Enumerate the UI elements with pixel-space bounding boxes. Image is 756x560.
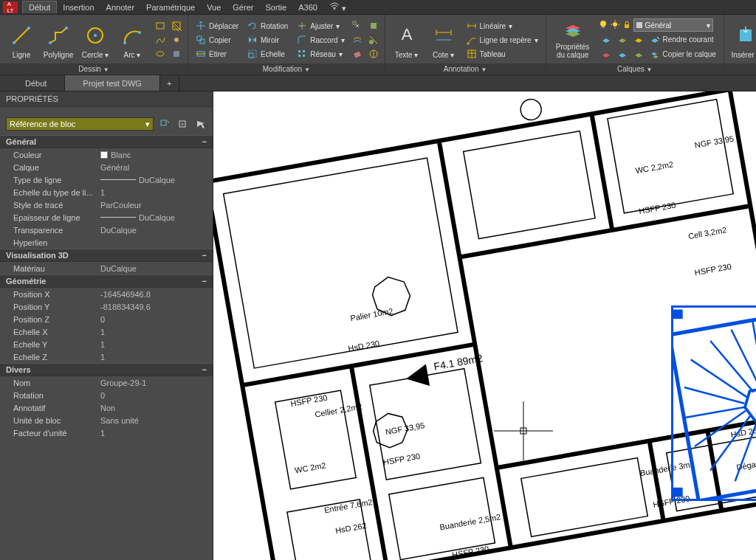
menu-parametrique[interactable]: Paramétrique (140, 1, 201, 13)
scale-button[interactable]: Echelle (244, 47, 291, 61)
stretch-button[interactable]: Etirer (193, 47, 241, 61)
bulb-icon (598, 19, 608, 31)
document-tabs: Début Projet test DWG + (0, 75, 756, 91)
offset-icon[interactable] (351, 33, 364, 46)
selected-block[interactable] (671, 305, 756, 501)
layer-make-current-button[interactable]: Rendre courant (647, 32, 717, 46)
line-button[interactable]: Ligne (4, 18, 38, 61)
menu-vue[interactable]: Vue (201, 1, 227, 13)
section-general[interactable]: Général− (0, 135, 213, 148)
panel-label-calques[interactable]: Calques ▼ (546, 63, 724, 75)
panel-label-modification[interactable]: Modification ▼ (188, 63, 385, 75)
prop-echx[interactable]: Echelle X1 (0, 325, 213, 338)
erase-icon[interactable] (351, 47, 364, 61)
prop-nom[interactable]: NomGroupe-29-1 (0, 376, 213, 389)
prop-echelletype[interactable]: Echelle du type de li...1 (0, 186, 213, 198)
menu-debut[interactable]: Début (22, 1, 57, 13)
tool1-icon[interactable] (367, 19, 380, 32)
prop-typeligne[interactable]: Type de ligneDuCalque (0, 173, 213, 186)
panel-dessin: Ligne Polyligne Cercle ▾ Arc ▾ (0, 15, 188, 75)
tab-debut[interactable]: Début (7, 75, 65, 91)
layer-btn-h2[interactable] (614, 47, 630, 61)
panel-label-bloc[interactable]: Bloc ▼ (724, 63, 756, 75)
dimension-button[interactable]: Cote ▾ (427, 18, 461, 61)
prop-couleur[interactable]: CouleurBlanc (0, 148, 213, 161)
section-geom[interactable]: Géométrie− (0, 274, 213, 288)
prop-materiau[interactable]: MatériauDuCalque (0, 262, 213, 274)
prop-rotation[interactable]: Rotation0 (0, 389, 213, 401)
prop-echz[interactable]: Echelle Z1 (0, 350, 213, 363)
layer-btn-g1[interactable] (598, 32, 614, 46)
svg-point-15 (174, 38, 179, 42)
prop-facteur[interactable]: Facteur d'unité1 (0, 426, 213, 439)
move-button[interactable]: Déplacer (193, 19, 241, 33)
layer-combo[interactable]: Général▾ (633, 18, 713, 32)
prop-posy[interactable]: Position Y-818834349.6 (0, 300, 213, 313)
arc-button[interactable]: Arc ▾ (115, 18, 149, 61)
prop-calque[interactable]: CalqueGénéral (0, 161, 213, 173)
svg-rect-22 (249, 50, 256, 58)
panel-label-annotation[interactable]: Annotation ▼ (385, 63, 546, 75)
trim-button[interactable]: Ajuster ▾ (294, 19, 347, 33)
spline-icon[interactable] (154, 33, 167, 46)
quickselect-icon[interactable] (158, 117, 171, 131)
tool2-icon[interactable] (367, 33, 380, 46)
prop-transparence[interactable]: TransparenceDuCalque (0, 224, 213, 236)
selectobjects-icon[interactable] (193, 117, 207, 131)
rotate-button[interactable]: Rotation (244, 19, 291, 33)
copy-button[interactable]: Copier (193, 33, 241, 47)
text-button[interactable]: A Texte ▾ (390, 18, 424, 61)
menu-annoter[interactable]: Annoter (100, 1, 141, 13)
svg-text:NGF 33,95: NGF 33,95 (694, 134, 735, 150)
drawing-canvas[interactable]: 96,3m WC 2,2m2 HSFP 230 NGF 33,95 Cell 3… (213, 91, 756, 560)
menu-a360[interactable]: A360 (292, 1, 323, 13)
prop-unitebloc[interactable]: Unité de blocSans unité (0, 414, 213, 426)
menu-sortie[interactable]: Sortie (259, 1, 292, 13)
layer-props-button[interactable]: Propriétés du calque (551, 18, 595, 61)
layer-btn-g2[interactable] (614, 32, 630, 46)
svg-text:+: + (181, 121, 185, 128)
section-visu3d[interactable]: Visualisation 3D− (0, 249, 213, 262)
mirror-button[interactable]: Miroir (244, 33, 291, 47)
menu-gerer[interactable]: Gérer (227, 1, 259, 13)
prop-echy[interactable]: Echelle Y1 (0, 338, 213, 350)
region-icon[interactable] (170, 47, 183, 61)
explode-icon[interactable] (351, 19, 364, 32)
linear-button[interactable]: Linéaire ▾ (464, 19, 541, 33)
table-button[interactable]: Tableau (464, 47, 541, 61)
polyline-button[interactable]: Polyligne (41, 18, 75, 61)
menu-insertion[interactable]: Insertion (57, 1, 100, 13)
hatch-icon[interactable] (170, 19, 183, 32)
panel-label-dessin[interactable]: Dessin ▼ (0, 63, 188, 75)
point-icon[interactable] (170, 33, 183, 46)
ribbon: Ligne Polyligne Cercle ▾ Arc ▾ (0, 15, 756, 75)
object-type-combo[interactable]: Référence de bloc▾ (6, 117, 154, 131)
prop-styletrace[interactable]: Style de tracéParCouleur (0, 198, 213, 211)
tab-projet[interactable]: Projet test DWG (65, 75, 159, 91)
pickadd-icon[interactable]: + (176, 117, 189, 131)
svg-rect-77 (608, 100, 733, 213)
leader-button[interactable]: Ligne de repère ▾ (464, 33, 541, 47)
prop-epaisseur[interactable]: Epaisseur de ligneDuCalque (0, 211, 213, 224)
prop-annotatif[interactable]: AnnotatifNon (0, 401, 213, 414)
svg-rect-60 (161, 120, 166, 125)
rectangle-icon[interactable] (154, 19, 167, 32)
prop-posx[interactable]: Position X-164546946.8 (0, 288, 213, 300)
insert-button[interactable]: Insérer ▾ (729, 18, 756, 61)
fillet-button[interactable]: Raccord ▾ (294, 33, 347, 47)
svg-rect-25 (298, 50, 300, 52)
wifi-icon[interactable]: ▾ (323, 0, 352, 15)
svg-rect-27 (298, 55, 300, 57)
section-divers[interactable]: Divers− (0, 363, 213, 376)
ellipse-icon[interactable] (154, 47, 167, 61)
tool3-icon[interactable] (367, 47, 380, 61)
layer-btn-h1[interactable] (598, 47, 614, 61)
layer-copy-button[interactable]: Copier le calque (647, 47, 719, 61)
layer-btn-g3[interactable] (630, 32, 647, 46)
prop-posz[interactable]: Position Z0 (0, 313, 213, 325)
tab-add[interactable]: + (160, 75, 179, 91)
layer-btn-h3[interactable] (630, 47, 647, 61)
prop-hyperlien[interactable]: Hyperlien (0, 236, 213, 249)
circle-button[interactable]: Cercle ▾ (78, 18, 112, 61)
array-button[interactable]: Réseau ▾ (294, 47, 347, 61)
